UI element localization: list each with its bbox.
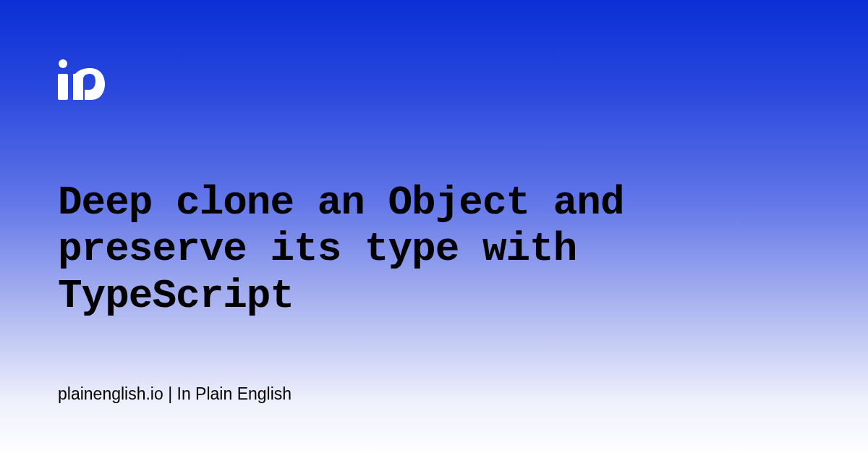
plainenglish-logo xyxy=(58,58,810,100)
article-title: Deep clone an Object and preserve its ty… xyxy=(58,180,781,319)
footer-attribution: plainenglish.io | In Plain English xyxy=(58,384,292,404)
svg-point-0 xyxy=(59,59,67,68)
svg-rect-1 xyxy=(58,74,68,100)
